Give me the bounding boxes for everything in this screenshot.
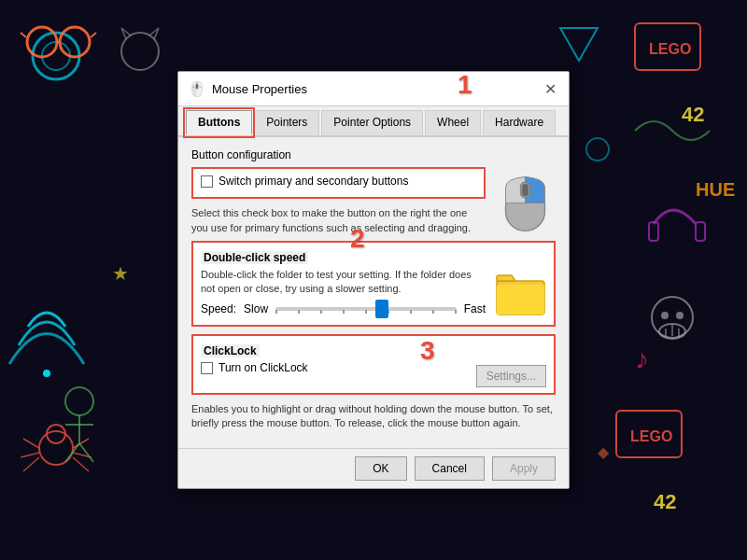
svg-text:42: 42 <box>654 490 676 513</box>
speed-slider-track <box>275 307 457 311</box>
svg-text:◆: ◆ <box>598 444 610 460</box>
dblclick-label: Double-click speed <box>201 251 308 264</box>
window-icon: 🖱️ <box>188 80 206 98</box>
section1-label: Button configuration <box>191 148 556 161</box>
clicklock-group: ClickLock Turn on ClickLock Settings... <box>191 334 556 395</box>
speed-slider-container <box>275 307 457 311</box>
tab-pointers[interactable]: Pointers <box>254 110 319 135</box>
dblclick-group: Double-click speed Double-click the fold… <box>191 241 556 327</box>
close-button[interactable]: ✕ <box>541 79 559 98</box>
svg-text:42: 42 <box>682 103 704 126</box>
svg-point-8 <box>43 370 50 377</box>
title-bar: 🖱️ Mouse Properties ✕ <box>178 72 569 106</box>
tab-wheel[interactable]: Wheel <box>425 110 481 135</box>
switch-buttons-group: Switch primary and secondary buttons <box>191 167 486 199</box>
ok-button[interactable]: OK <box>355 456 406 481</box>
dblclick-desc: Double-click the folder to test your set… <box>201 268 486 297</box>
speed-label: Speed: <box>201 302 236 315</box>
tab-buttons[interactable]: Buttons <box>186 110 252 135</box>
clicklock-desc: Enables you to highlight or drag without… <box>191 402 556 431</box>
annotation-1: 1 <box>458 70 472 100</box>
clicklock-checkbox[interactable] <box>201 362 213 374</box>
svg-rect-47 <box>522 184 529 196</box>
window-title: Mouse Properties <box>212 82 307 96</box>
clicklock-label: ClickLock <box>201 344 260 357</box>
svg-text:♪: ♪ <box>635 343 649 374</box>
dialog-button-row: OK Cancel Apply <box>178 448 569 488</box>
svg-point-24 <box>661 312 669 319</box>
svg-text:LEGO: LEGO <box>649 41 691 57</box>
slow-label: Slow <box>244 302 268 315</box>
annotation-2: 2 <box>350 224 365 254</box>
tab-hardware[interactable]: Hardware <box>483 110 556 135</box>
svg-text:LEGO: LEGO <box>630 428 672 444</box>
mouse-image <box>495 167 556 237</box>
cancel-button[interactable]: Cancel <box>415 456 485 481</box>
settings-button[interactable]: Settings... <box>476 365 546 387</box>
svg-rect-49 <box>497 285 544 315</box>
folder-image[interactable] <box>495 268 546 319</box>
tab-bar: Buttons Pointers Pointer Options Wheel H… <box>178 106 569 137</box>
annotation-3: 3 <box>420 336 435 366</box>
dialog-content: Button configuration Switch primary and … <box>178 137 569 448</box>
svg-text:★: ★ <box>112 263 129 284</box>
svg-text:HUE: HUE <box>696 179 735 200</box>
tab-pointer-options[interactable]: Pointer Options <box>321 110 423 135</box>
switch-buttons-row: Switch primary and secondary buttons <box>201 175 476 188</box>
apply-button[interactable]: Apply <box>492 456 556 481</box>
switch-buttons-checkbox[interactable] <box>201 175 213 188</box>
speed-slider-thumb[interactable] <box>375 300 388 318</box>
switch-buttons-label: Switch primary and secondary buttons <box>218 175 408 188</box>
clicklock-checkbox-label: Turn on ClickLock <box>218 361 308 374</box>
svg-point-25 <box>676 312 684 319</box>
switch-buttons-desc: Select this check box to make the button… <box>191 206 486 235</box>
fast-label: Fast <box>464 302 486 315</box>
mouse-properties-dialog: 🖱️ Mouse Properties ✕ Buttons Pointers P… <box>177 71 570 489</box>
